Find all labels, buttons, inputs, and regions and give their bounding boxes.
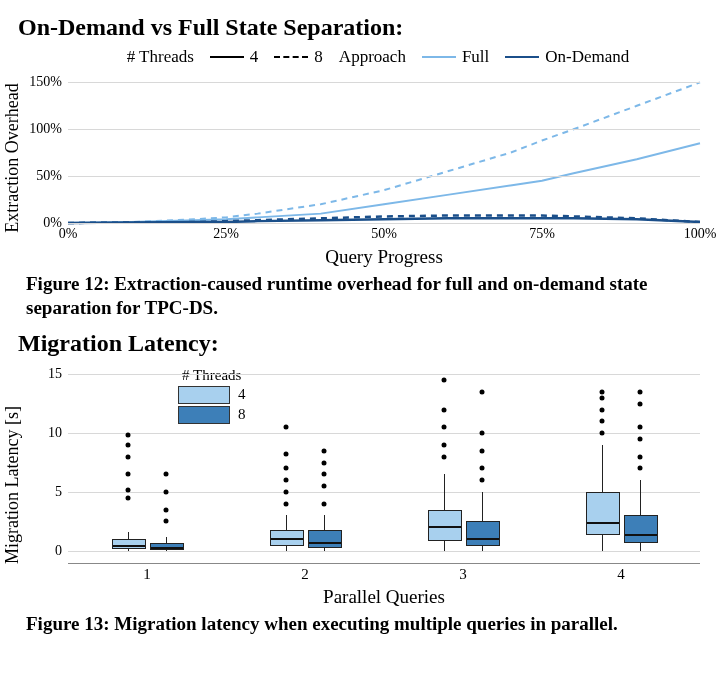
box-light-icon bbox=[178, 386, 230, 404]
fig12-xlabel: Query Progress bbox=[68, 246, 700, 268]
fig13-xaxis: 1234 bbox=[68, 564, 700, 586]
legend-full-label: Full bbox=[462, 47, 489, 67]
outlier-point bbox=[284, 478, 289, 483]
xtick: 4 bbox=[617, 566, 625, 583]
outlier-point bbox=[164, 489, 169, 494]
outlier-point bbox=[600, 407, 605, 412]
fig12-caption: Figure 12: Extraction-caused runtime ove… bbox=[26, 272, 694, 320]
legend-threads-label: # Threads bbox=[127, 47, 194, 67]
legend-threads-8: 8 bbox=[274, 47, 323, 67]
xtick: 50% bbox=[371, 226, 397, 242]
legend-ondemand: On-Demand bbox=[505, 47, 629, 67]
series-line bbox=[68, 82, 700, 223]
boxplot-box bbox=[150, 543, 184, 551]
legend-threads-4-label: 4 bbox=[250, 47, 259, 67]
outlier-point bbox=[284, 425, 289, 430]
legend-full: Full bbox=[422, 47, 489, 67]
xtick: 2 bbox=[301, 566, 309, 583]
boxplot-box bbox=[624, 515, 658, 543]
outlier-point bbox=[126, 472, 131, 477]
ytick: 150% bbox=[29, 74, 62, 90]
outlier-point bbox=[164, 519, 169, 524]
figure-13: Migration Latency [s] # Threads 4 8 0510… bbox=[26, 363, 700, 608]
fig12-ylabel: Extraction Overhead bbox=[2, 83, 23, 232]
boxplot-box bbox=[466, 521, 500, 545]
ytick: 15 bbox=[48, 366, 62, 382]
outlier-point bbox=[638, 425, 643, 430]
outlier-point bbox=[638, 436, 643, 441]
xtick: 0% bbox=[59, 226, 78, 242]
outlier-point bbox=[284, 466, 289, 471]
outlier-point bbox=[442, 442, 447, 447]
boxplot-box bbox=[586, 492, 620, 535]
section-title-migration: Migration Latency: bbox=[18, 330, 700, 357]
xtick: 25% bbox=[213, 226, 239, 242]
line-solid-icon bbox=[210, 56, 244, 58]
outlier-point bbox=[600, 389, 605, 394]
boxplot-box bbox=[112, 539, 146, 549]
outlier-point bbox=[284, 452, 289, 457]
outlier-point bbox=[480, 431, 485, 436]
figure-12: Extraction Overhead # Threads 4 8 Approa… bbox=[26, 47, 700, 268]
outlier-point bbox=[322, 501, 327, 506]
ytick: 5 bbox=[55, 484, 62, 500]
fig12-xaxis: 0%25%50%75%100% bbox=[68, 224, 700, 246]
outlier-point bbox=[322, 460, 327, 465]
legend-threads-8-label: 8 bbox=[314, 47, 323, 67]
outlier-point bbox=[600, 395, 605, 400]
outlier-point bbox=[126, 433, 131, 438]
outlier-point bbox=[284, 501, 289, 506]
outlier-point bbox=[480, 448, 485, 453]
outlier-point bbox=[322, 472, 327, 477]
outlier-point bbox=[126, 442, 131, 447]
outlier-point bbox=[638, 389, 643, 394]
outlier-point bbox=[600, 431, 605, 436]
outlier-point bbox=[442, 454, 447, 459]
legend-threads-4: 4 bbox=[210, 47, 259, 67]
fig13-plot-area: # Threads 4 8 051015 bbox=[68, 363, 700, 564]
outlier-point bbox=[126, 487, 131, 492]
fig13-caption: Figure 13: Migration latency when execut… bbox=[26, 612, 694, 636]
xtick: 100% bbox=[684, 226, 717, 242]
outlier-point bbox=[322, 448, 327, 453]
ytick: 50% bbox=[36, 168, 62, 184]
outlier-point bbox=[442, 407, 447, 412]
legend-box-4-label: 4 bbox=[238, 386, 246, 403]
fig12-legend: # Threads 4 8 Approach Full On-Demand bbox=[56, 47, 700, 67]
legend-box-8-label: 8 bbox=[238, 406, 246, 423]
xtick: 75% bbox=[529, 226, 555, 242]
boxplot-box bbox=[428, 510, 462, 541]
ytick: 0 bbox=[55, 543, 62, 559]
outlier-point bbox=[164, 507, 169, 512]
outlier-point bbox=[164, 472, 169, 477]
outlier-point bbox=[638, 454, 643, 459]
fig12-plot-area: 0%50%100%150% bbox=[68, 73, 700, 224]
outlier-point bbox=[480, 478, 485, 483]
outlier-point bbox=[638, 401, 643, 406]
section-title-separation: On-Demand vs Full State Separation: bbox=[18, 14, 700, 41]
outlier-point bbox=[480, 466, 485, 471]
boxplot-box bbox=[270, 530, 304, 546]
boxplot-box bbox=[308, 530, 342, 548]
line-lightblue-icon bbox=[422, 56, 456, 58]
fig12-lines bbox=[68, 73, 700, 223]
outlier-point bbox=[126, 495, 131, 500]
fig13-xlabel: Parallel Queries bbox=[68, 586, 700, 608]
series-line bbox=[68, 143, 700, 223]
legend-approach-label: Approach bbox=[339, 47, 406, 67]
outlier-point bbox=[442, 425, 447, 430]
line-darkblue-icon bbox=[505, 56, 539, 58]
ytick: 100% bbox=[29, 121, 62, 137]
legend-box-4: 4 bbox=[178, 386, 246, 404]
outlier-point bbox=[480, 389, 485, 394]
outlier-point bbox=[284, 489, 289, 494]
legend-ondemand-label: On-Demand bbox=[545, 47, 629, 67]
outlier-point bbox=[442, 378, 447, 383]
outlier-point bbox=[126, 454, 131, 459]
xtick: 3 bbox=[459, 566, 467, 583]
outlier-point bbox=[600, 419, 605, 424]
ytick: 10 bbox=[48, 425, 62, 441]
fig13-ylabel: Migration Latency [s] bbox=[2, 406, 23, 564]
line-dashed-icon bbox=[274, 56, 308, 58]
fig13-legend: # Threads 4 8 bbox=[178, 367, 246, 426]
